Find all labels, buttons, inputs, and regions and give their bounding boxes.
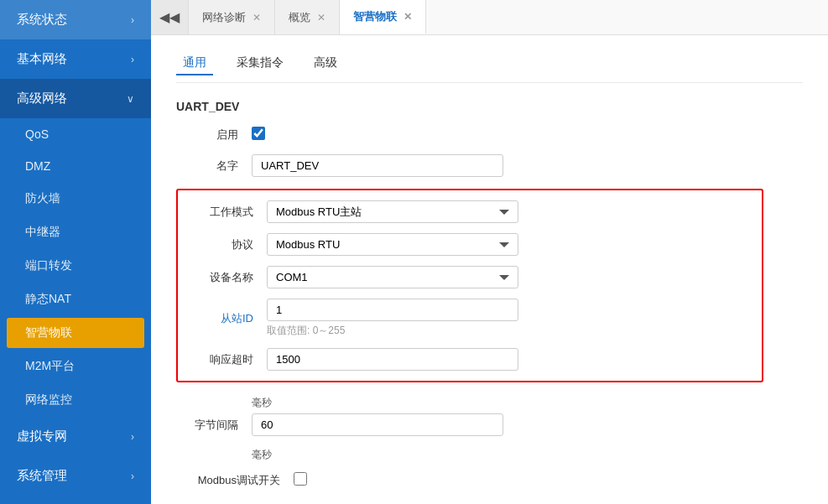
- response-timeout-unit: 毫秒: [252, 396, 272, 410]
- slave-id-value: 取值范围: 0～255: [267, 299, 518, 338]
- tab-close-overview[interactable]: ✕: [317, 12, 325, 23]
- sidebar-item-m2m[interactable]: M2M平台: [0, 350, 151, 383]
- form-area: 启用 名字 工作模式 Modbus RTU主站: [176, 127, 763, 488]
- content-area: 通用 采集指令 高级 UART_DEV 启用 名字: [151, 35, 828, 504]
- tab-iot[interactable]: 智营物联 ✕: [340, 0, 426, 34]
- slave-id-input[interactable]: [267, 299, 518, 321]
- chevron-right-icon: ›: [131, 54, 134, 65]
- slave-id-row: 从站ID 取值范围: 0～255: [191, 299, 748, 338]
- enable-value: [252, 127, 503, 143]
- protocol-select[interactable]: Modbus RTU Modbus TCP: [267, 233, 518, 256]
- sub-tab-general[interactable]: 通用: [176, 52, 213, 75]
- sidebar-item-firewall[interactable]: 防火墙: [0, 182, 151, 216]
- sidebar-label-vpn: 虚拟专网: [17, 429, 67, 444]
- enable-checkbox[interactable]: [252, 127, 265, 140]
- byte-interval-unit: 毫秒: [252, 448, 272, 462]
- sidebar-label-sys-manage: 系统管理: [17, 468, 67, 484]
- sidebar-label-advanced-network: 高级网络: [17, 91, 67, 107]
- sidebar: 系统状态 › 基本网络 › 高级网络 ∨ QoS DMZ 防火墙 中继器 端口转…: [0, 0, 151, 504]
- work-mode-row: 工作模式 Modbus RTU主站 Modbus RTU从站 透传模式: [191, 200, 748, 223]
- tab-bar: ◀◀ 网络诊断 ✕ 概览 ✕ 智营物联 ✕: [151, 0, 828, 35]
- sidebar-label-system-status: 系统状态: [17, 12, 67, 28]
- response-timeout-label: 响应超时: [191, 352, 267, 367]
- byte-interval-value: [252, 413, 503, 436]
- sidebar-item-sys-manage[interactable]: 系统管理 ›: [0, 456, 151, 496]
- work-mode-select[interactable]: Modbus RTU主站 Modbus RTU从站 透传模式: [267, 200, 518, 223]
- name-label: 名字: [176, 158, 252, 174]
- section-title: UART_DEV: [176, 100, 803, 113]
- name-row: 名字: [176, 154, 763, 177]
- chevron-down-icon: ∨: [127, 93, 134, 105]
- name-value: [252, 154, 503, 177]
- name-input[interactable]: [252, 154, 503, 177]
- sub-tab-advanced[interactable]: 高级: [307, 52, 344, 75]
- response-timeout-input[interactable]: [267, 348, 518, 371]
- sidebar-item-port-forward[interactable]: 端口转发: [0, 249, 151, 283]
- chevron-right-icon: ›: [131, 14, 134, 26]
- response-timeout-row: 响应超时: [191, 348, 748, 371]
- tab-close-iot[interactable]: ✕: [404, 11, 412, 23]
- sidebar-item-logout[interactable]: 退出: [0, 496, 151, 504]
- byte-interval-row: 字节间隔: [176, 413, 763, 436]
- sidebar-item-system-status[interactable]: 系统状态 ›: [0, 0, 151, 39]
- sidebar-label-basic-network: 基本网络: [17, 51, 67, 67]
- enable-label: 启用: [176, 127, 252, 143]
- sidebar-item-iot[interactable]: 智营物联: [7, 318, 144, 348]
- protocol-row: 协议 Modbus RTU Modbus TCP: [191, 233, 748, 256]
- byte-interval-label: 字节间隔: [176, 418, 252, 433]
- tab-network-diag[interactable]: 网络诊断 ✕: [189, 0, 275, 34]
- protocol-value: Modbus RTU Modbus TCP: [267, 233, 518, 256]
- byte-interval-unit-row: 毫秒: [176, 448, 763, 462]
- work-mode-label: 工作模式: [191, 205, 267, 220]
- sub-tab-collect-cmd[interactable]: 采集指令: [230, 52, 290, 75]
- byte-interval-input[interactable]: [252, 413, 503, 436]
- chevron-right-icon: ›: [131, 431, 134, 443]
- device-name-select[interactable]: COM1 COM2 COM3: [267, 266, 518, 288]
- work-mode-value: Modbus RTU主站 Modbus RTU从站 透传模式: [267, 200, 518, 223]
- modbus-switch-row: Modbus调试开关: [176, 472, 763, 488]
- slave-id-hint: 取值范围: 0～255: [267, 324, 518, 338]
- tab-close-network-diag[interactable]: ✕: [253, 12, 261, 23]
- sidebar-item-network-monitor[interactable]: 网络监控: [0, 383, 151, 417]
- device-name-value: COM1 COM2 COM3: [267, 266, 518, 288]
- enable-row: 启用: [176, 127, 763, 143]
- sub-tab-bar: 通用 采集指令 高级: [176, 52, 803, 83]
- main-area: ◀◀ 网络诊断 ✕ 概览 ✕ 智营物联 ✕ 通用 采集指令 高级: [151, 0, 828, 504]
- sidebar-item-static-nat[interactable]: 静态NAT: [0, 283, 151, 316]
- sidebar-sub-menu: QoS DMZ 防火墙 中继器 端口转发 静态NAT 智营物联 M2M平台 网络…: [0, 118, 151, 417]
- tab-nav-back-button[interactable]: ◀◀: [151, 0, 189, 34]
- protocol-label: 协议: [191, 237, 267, 252]
- modbus-switch-label: Modbus调试开关: [176, 473, 294, 488]
- chevron-right-icon: ›: [131, 470, 134, 482]
- modbus-switch-value: [294, 472, 545, 488]
- sidebar-item-vpn[interactable]: 虚拟专网 ›: [0, 417, 151, 456]
- slave-id-label: 从站ID: [191, 311, 267, 326]
- device-name-row: 设备名称 COM1 COM2 COM3: [191, 266, 748, 288]
- modbus-switch-checkbox[interactable]: [294, 472, 307, 486]
- sidebar-item-advanced-network[interactable]: 高级网络 ∨: [0, 79, 151, 118]
- tab-overview[interactable]: 概览 ✕: [275, 0, 340, 34]
- response-timeout-unit-row: 毫秒: [176, 396, 763, 410]
- red-border-section: 工作模式 Modbus RTU主站 Modbus RTU从站 透传模式 协议: [176, 189, 763, 382]
- sidebar-item-dmz[interactable]: DMZ: [0, 150, 151, 182]
- response-timeout-value: [267, 348, 518, 371]
- device-name-label: 设备名称: [191, 270, 267, 285]
- sidebar-item-qos[interactable]: QoS: [0, 118, 151, 150]
- sidebar-item-basic-network[interactable]: 基本网络 ›: [0, 39, 151, 79]
- sidebar-item-repeater[interactable]: 中继器: [0, 216, 151, 249]
